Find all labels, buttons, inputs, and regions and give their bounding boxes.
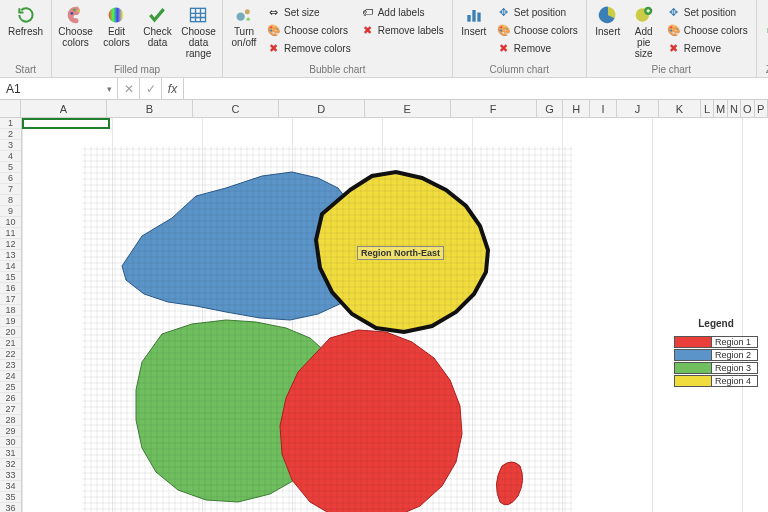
row-header-36[interactable]: 36 xyxy=(0,503,21,512)
svg-point-0 xyxy=(70,12,73,15)
pie-set-position-button[interactable]: ✥Set position xyxy=(663,3,752,21)
table-icon xyxy=(188,5,208,25)
fx-button[interactable]: fx xyxy=(162,78,184,99)
column-header-L[interactable]: L xyxy=(701,100,714,117)
row-header-33[interactable]: 33 xyxy=(0,470,21,481)
row-header-21[interactable]: 21 xyxy=(0,338,21,349)
bubble-set-size-button[interactable]: ⇔Set size xyxy=(263,3,355,21)
refresh-label: Refresh xyxy=(8,26,43,37)
row-header-4[interactable]: 4 xyxy=(0,151,21,162)
column-header-F[interactable]: F xyxy=(451,100,537,117)
row-header-3[interactable]: 3 xyxy=(0,140,21,151)
row-header-5[interactable]: 5 xyxy=(0,162,21,173)
column-header-P[interactable]: P xyxy=(755,100,768,117)
row-header-11[interactable]: 11 xyxy=(0,228,21,239)
group-start: Refresh Start xyxy=(0,0,52,77)
cancel-formula-button[interactable]: ✕ xyxy=(118,78,140,99)
row-header-24[interactable]: 24 xyxy=(0,371,21,382)
formula-input[interactable] xyxy=(184,78,768,99)
row-header-10[interactable]: 10 xyxy=(0,217,21,228)
pie-add-size-button[interactable]: Add pie size xyxy=(627,2,661,62)
zip-draw-button[interactable]: ✎Draw xyxy=(761,39,768,57)
pie-insert-label: Insert xyxy=(595,26,620,37)
row-header-18[interactable]: 18 xyxy=(0,305,21,316)
legend-text: Region 3 xyxy=(712,362,758,374)
cell-grid[interactable]: Region North-East Legend Region 1Region … xyxy=(22,118,768,512)
select-all-corner[interactable] xyxy=(0,100,21,117)
pie-remove-button[interactable]: ✖Remove xyxy=(663,39,752,57)
bubble-add-labels-button[interactable]: 🏷Add labels xyxy=(357,3,448,21)
pie-insert-button[interactable]: Insert xyxy=(591,2,625,40)
name-box[interactable]: A1 xyxy=(0,78,118,99)
zip-insert-button[interactable]: ⊞Insert xyxy=(761,3,768,21)
row-header-35[interactable]: 35 xyxy=(0,492,21,503)
column-header-I[interactable]: I xyxy=(590,100,617,117)
bubble-remove-colors-button[interactable]: ✖Remove colors xyxy=(263,39,355,57)
legend-item-1: Region 1 xyxy=(674,335,758,348)
column-chart-icon xyxy=(464,5,484,25)
row-header-26[interactable]: 26 xyxy=(0,393,21,404)
column-header-A[interactable]: A xyxy=(21,100,107,117)
column-remove-button[interactable]: ✖Remove xyxy=(493,39,582,57)
row-header-8[interactable]: 8 xyxy=(0,195,21,206)
choose-colors-button[interactable]: Choose colors xyxy=(56,2,95,51)
edit-colors-button[interactable]: Edit colors xyxy=(97,2,136,51)
refresh-button[interactable]: Refresh xyxy=(4,2,47,40)
row-header-25[interactable]: 25 xyxy=(0,382,21,393)
check-data-button[interactable]: Check data xyxy=(138,2,177,51)
column-header-J[interactable]: J xyxy=(617,100,659,117)
row-header-13[interactable]: 13 xyxy=(0,250,21,261)
column-header-C[interactable]: C xyxy=(193,100,279,117)
row-header-1[interactable]: 1 xyxy=(0,118,21,129)
column-header-B[interactable]: B xyxy=(107,100,193,117)
row-header-34[interactable]: 34 xyxy=(0,481,21,492)
column-header-M[interactable]: M xyxy=(714,100,727,117)
row-header-30[interactable]: 30 xyxy=(0,437,21,448)
row-header-32[interactable]: 32 xyxy=(0,459,21,470)
row-header-29[interactable]: 29 xyxy=(0,426,21,437)
row-header-9[interactable]: 9 xyxy=(0,206,21,217)
column-header-K[interactable]: K xyxy=(659,100,701,117)
column-header-D[interactable]: D xyxy=(279,100,365,117)
row-header-16[interactable]: 16 xyxy=(0,283,21,294)
row-header-23[interactable]: 23 xyxy=(0,360,21,371)
column-header-H[interactable]: H xyxy=(563,100,590,117)
row-header-6[interactable]: 6 xyxy=(0,173,21,184)
pie-choose-colors-button[interactable]: 🎨Choose colors xyxy=(663,21,752,39)
row-header-2[interactable]: 2 xyxy=(0,129,21,140)
row-header-22[interactable]: 22 xyxy=(0,349,21,360)
map-corsica[interactable] xyxy=(496,462,522,505)
row-header-28[interactable]: 28 xyxy=(0,415,21,426)
column-header-N[interactable]: N xyxy=(728,100,741,117)
row-header-14[interactable]: 14 xyxy=(0,261,21,272)
row-header-31[interactable]: 31 xyxy=(0,448,21,459)
row-header-27[interactable]: 27 xyxy=(0,404,21,415)
row-headers: 1234567891011121314151617181920212223242… xyxy=(0,118,22,512)
column-header-G[interactable]: G xyxy=(537,100,564,117)
pie-add-size-label: Add pie size xyxy=(631,26,657,59)
bubble-choose-colors-button[interactable]: 🎨Choose colors xyxy=(263,21,355,39)
confirm-formula-button[interactable]: ✓ xyxy=(140,78,162,99)
column-choose-colors-button[interactable]: 🎨Choose colors xyxy=(493,21,582,39)
row-header-17[interactable]: 17 xyxy=(0,294,21,305)
map-object[interactable]: Region North-East xyxy=(82,146,572,512)
row-header-19[interactable]: 19 xyxy=(0,316,21,327)
row-header-7[interactable]: 7 xyxy=(0,184,21,195)
row-header-15[interactable]: 15 xyxy=(0,272,21,283)
row-header-12[interactable]: 12 xyxy=(0,239,21,250)
choose-data-range-button[interactable]: Choose data range xyxy=(179,2,218,62)
refresh-icon xyxy=(16,5,36,25)
column-insert-button[interactable]: Insert xyxy=(457,2,491,40)
worksheet: ABCDEFGHIJKLMNOP 12345678910111213141516… xyxy=(0,100,768,512)
group-pie-chart: Insert Add pie size ✥Set position 🎨Choos… xyxy=(587,0,757,77)
column-header-O[interactable]: O xyxy=(741,100,754,117)
bubble-remove-labels-button[interactable]: ✖Remove labels xyxy=(357,21,448,39)
column-header-E[interactable]: E xyxy=(365,100,451,117)
column-set-position-button[interactable]: ✥Set position xyxy=(493,3,582,21)
active-cell[interactable] xyxy=(22,118,110,129)
row-header-20[interactable]: 20 xyxy=(0,327,21,338)
colors-icon: 🎨 xyxy=(667,23,681,37)
color-wheel-icon xyxy=(106,5,126,25)
zip-assign-button[interactable]: ↦Assign xyxy=(761,21,768,39)
bubble-toggle-button[interactable]: Turn on/off xyxy=(227,2,261,51)
